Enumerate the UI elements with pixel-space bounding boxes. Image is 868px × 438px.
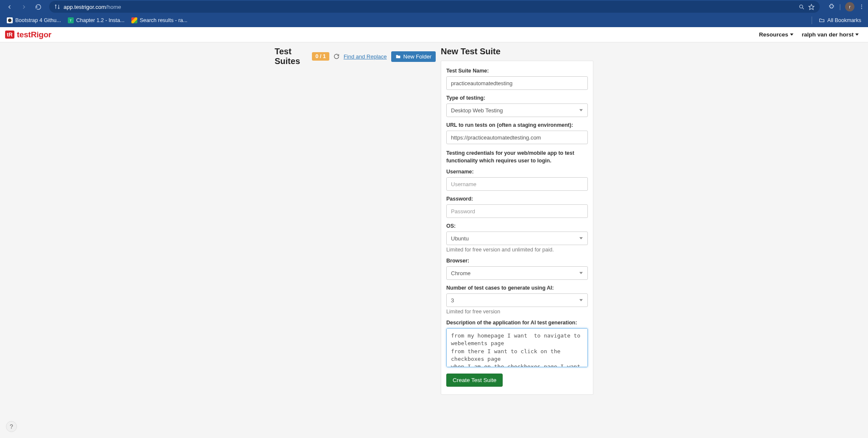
url-label: URL to run tests on (often a staging env… [446,122,588,128]
url-host: app.testrigor.com [64,4,106,10]
bookmark-item[interactable]: Search results - ra... [129,16,190,25]
new-folder-label: New Folder [403,53,431,60]
caret-down-icon [790,33,793,36]
resources-label: Resources [759,31,788,38]
question-icon: ? [10,423,13,430]
os-help: Limited for free version and unlimited f… [446,247,588,253]
new-test-suite-column: New Test Suite Test Suite Name: Type of … [441,47,593,438]
forward-button[interactable] [18,1,30,13]
main-content: Test Suites 0 / 1 Find and Replace New F… [0,42,868,438]
test-suites-column: Test Suites 0 / 1 Find and Replace New F… [275,47,436,438]
svg-point-8 [861,6,862,7]
all-bookmarks-button[interactable]: All Bookmarks [816,16,864,25]
svg-point-7 [861,5,862,6]
desc-textarea[interactable] [446,328,588,367]
new-folder-button[interactable]: New Folder [391,51,436,62]
username-label: Username: [446,169,588,175]
favicon-icon: T [68,17,74,23]
type-select[interactable] [446,103,588,117]
back-button[interactable] [3,1,15,13]
form-card: Test Suite Name: Type of testing: URL to… [441,61,593,395]
bookmark-item[interactable]: Bootstrap 4 Githu... [4,16,64,25]
browser-label: Browser: [446,258,588,264]
favicon-icon [7,17,13,23]
refresh-icon [334,53,339,59]
star-icon[interactable] [808,4,815,10]
reload-button[interactable] [32,1,44,13]
name-input[interactable] [446,76,588,90]
reload-icon [35,4,42,10]
password-label: Password: [446,196,588,202]
numcases-label: Number of test cases to generate using A… [446,285,588,291]
os-select[interactable] [446,232,588,245]
browser-select[interactable] [446,266,588,280]
arrow-left-icon [6,4,13,10]
numcases-help: Limited for free version [446,309,588,315]
profile-avatar[interactable]: r [845,2,854,11]
svg-point-0 [55,5,56,6]
type-label: Type of testing: [446,95,588,101]
logo-badge: tR [5,31,14,39]
logo[interactable]: tR testRigor [5,30,51,39]
create-suite-label: Create Test Suite [453,377,496,383]
os-label: OS: [446,223,588,229]
url-bar[interactable]: app.testrigor.com/home [49,1,820,13]
browser-chrome: app.testrigor.com/home | r Bootstrap 4 G… [0,0,868,27]
help-button[interactable]: ? [6,421,17,432]
folder-plus-icon [395,54,401,59]
url-input[interactable] [446,131,588,144]
svg-point-4 [800,5,803,8]
kebab-menu-icon[interactable] [859,4,865,10]
user-dropdown[interactable]: ralph van der horst [798,29,863,40]
credentials-help: Testing credentials for your web/mobile … [446,149,588,165]
logo-text: testRigor [17,30,52,39]
bookmark-label: Search results - ra... [140,17,188,23]
app-header: tR testRigor Resources ralph van der hor… [0,27,868,42]
all-bookmarks-label: All Bookmarks [827,17,861,23]
form-title: New Test Suite [441,47,593,56]
test-suites-title: Test Suites [275,47,308,66]
name-label: Test Suite Name: [446,68,588,74]
zoom-icon[interactable] [798,4,805,10]
url-path: /home [106,4,121,10]
bookmark-label: Chapter 1.2 - Insta... [76,17,125,23]
numcases-select[interactable] [446,293,588,307]
find-replace-link[interactable]: Find and Replace [344,53,387,60]
svg-marker-6 [809,4,815,10]
extensions-icon[interactable] [828,3,835,10]
favicon-icon [131,17,137,23]
svg-point-9 [861,8,862,9]
svg-point-10 [8,19,11,22]
url-text: app.testrigor.com/home [64,4,121,10]
refresh-button[interactable] [334,53,339,59]
site-settings-icon[interactable] [54,4,60,10]
caret-down-icon [855,33,859,36]
bookmark-item[interactable]: T Chapter 1.2 - Insta... [65,16,127,25]
svg-line-5 [803,8,804,9]
svg-point-1 [58,8,59,8]
desc-label: Description of the application for AI te… [446,320,588,326]
bookmarks-bar: Bootstrap 4 Githu... T Chapter 1.2 - Ins… [0,14,868,27]
password-input[interactable] [446,204,588,218]
suite-count-badge: 0 / 1 [312,52,329,61]
user-label: ralph van der horst [802,31,854,38]
folder-icon [819,17,825,23]
bookmark-label: Bootstrap 4 Githu... [15,17,61,23]
username-input[interactable] [446,177,588,191]
arrow-right-icon [21,4,27,10]
create-suite-button[interactable]: Create Test Suite [446,374,503,387]
resources-dropdown[interactable]: Resources [755,29,798,40]
